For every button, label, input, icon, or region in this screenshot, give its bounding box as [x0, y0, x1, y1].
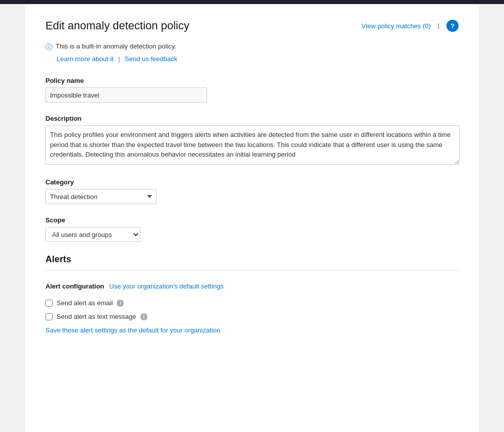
alert-config-label: Alert configuration	[45, 282, 104, 290]
info-text: This is a built-in anomaly detection pol…	[56, 42, 176, 50]
email-alert-checkbox[interactable]	[45, 300, 53, 307]
text-alert-label: Send alert as text message	[57, 313, 136, 320]
scope-label: Scope	[45, 216, 459, 224]
policy-name-label: Policy name	[45, 77, 459, 84]
category-section: Category Threat detection Cloud Discover…	[45, 178, 459, 204]
text-tooltip-icon: i	[140, 313, 147, 320]
email-tooltip-icon: i	[117, 300, 124, 307]
link-separator: |	[118, 56, 120, 63]
page-title: Edit anomaly detection policy	[45, 19, 189, 32]
info-banner: ⓘ This is a built-in anomaly detection p…	[45, 42, 459, 52]
description-textarea[interactable]: This policy profiles your environment an…	[45, 125, 460, 165]
view-policy-link[interactable]: View policy matches (0)	[362, 22, 431, 30]
page-container: Edit anomaly detection policy View polic…	[25, 4, 479, 432]
category-label: Category	[45, 178, 459, 186]
description-label: Description	[45, 115, 459, 122]
save-default-link[interactable]: Save these alert settings as the default…	[45, 326, 459, 334]
email-alert-label: Send alert as email	[57, 299, 113, 307]
alerts-heading: Alerts	[45, 254, 459, 270]
scope-select[interactable]: All users and groups Specific users and …	[45, 227, 140, 242]
alerts-section: Alerts Alert configuration Use your orga…	[45, 254, 459, 334]
category-select[interactable]: Threat detection Cloud Discovery Shadow …	[45, 189, 157, 204]
policy-name-section: Policy name	[45, 77, 459, 103]
learn-more-link[interactable]: Learn more about it	[57, 55, 114, 63]
use-default-link[interactable]: Use your organization's default settings	[109, 282, 224, 290]
info-links: Learn more about it | Send us feedback	[45, 55, 459, 63]
help-icon[interactable]: ?	[446, 20, 459, 32]
scope-section: Scope All users and groups Specific user…	[45, 216, 459, 242]
alert-config-row: Alert configuration Use your organizatio…	[45, 282, 459, 290]
page-header: Edit anomaly detection policy View polic…	[45, 19, 459, 32]
email-alert-row: Send alert as email i	[45, 299, 459, 307]
description-section: Description This policy profiles your en…	[45, 115, 459, 166]
text-alert-row: Send alert as text message i	[45, 313, 459, 320]
top-bar	[0, 0, 504, 4]
send-feedback-link[interactable]: Send us feedback	[125, 55, 177, 63]
info-circle-icon: ⓘ	[45, 43, 53, 52]
header-right: View policy matches (0) | ?	[362, 20, 459, 32]
header-divider: |	[438, 22, 439, 29]
policy-name-input[interactable]	[45, 87, 207, 103]
text-alert-checkbox[interactable]	[45, 313, 53, 320]
